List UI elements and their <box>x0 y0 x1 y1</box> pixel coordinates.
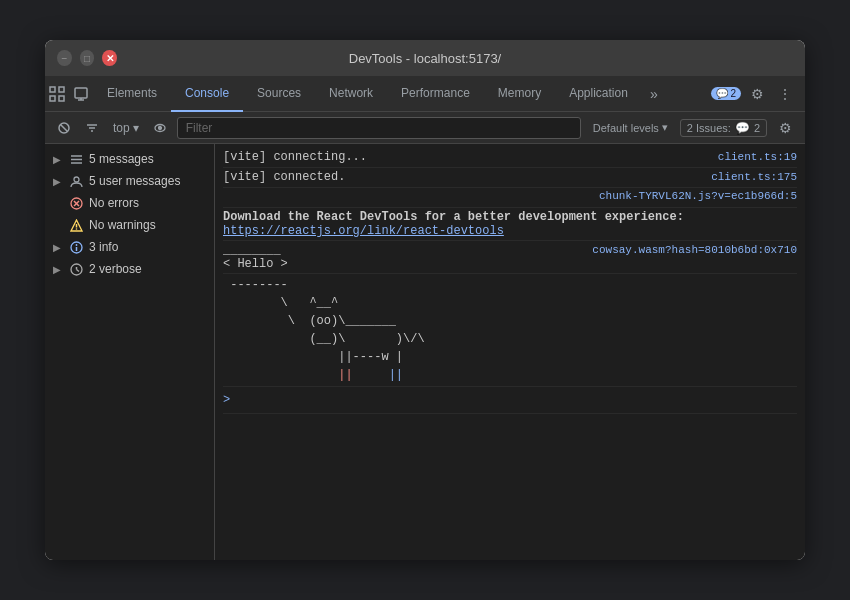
window-title: DevTools - localhost:5173/ <box>117 51 733 66</box>
arrow-verbose: ▶ <box>53 264 63 275</box>
maximize-button[interactable]: □ <box>80 50 95 66</box>
clear-button[interactable] <box>53 117 75 139</box>
close-button[interactable]: ✕ <box>102 50 117 66</box>
log-devtools-link[interactable]: https://reactjs.org/link/react-devtools <box>223 224 504 238</box>
log-prompt[interactable]: > <box>223 387 797 414</box>
log-cowsay-art: -------- \ ^__^ \ (oo)\_______ (__)\ )\/… <box>223 274 797 387</box>
filter-input[interactable] <box>177 117 581 139</box>
sidebar-item-info[interactable]: ▶ 3 info <box>45 236 214 258</box>
log-chunk: chunk-TYRVL62N.js?v=ec1b966d:5 <box>223 188 797 208</box>
levels-arrow: ▾ <box>662 121 668 134</box>
log-cowsay-header: ________ < Hello > cowsay.wasm?hash=8010… <box>223 241 797 274</box>
device-icon[interactable] <box>69 82 93 106</box>
log-link-chunk[interactable]: chunk-TYRVL62N.js?v=ec1b966d:5 <box>599 190 797 202</box>
titlebar: − □ ✕ DevTools - localhost:5173/ <box>45 40 805 76</box>
toolbar-settings-icon[interactable]: ⚙ <box>773 116 797 140</box>
console-badge[interactable]: 💬 2 <box>711 87 741 100</box>
toolbar: top ▾ Default levels ▾ 2 Issues: 💬 2 ⚙ <box>45 112 805 144</box>
main-content: ▶ 5 messages ▶ 5 <box>45 144 805 560</box>
info-icon <box>69 240 83 254</box>
sidebar-item-verbose[interactable]: ▶ 2 verbose <box>45 258 214 280</box>
messages-icon <box>69 152 83 166</box>
sidebar-item-warnings[interactable]: ▶ No warnings <box>45 214 214 236</box>
sidebar-errors-label: No errors <box>89 196 139 210</box>
svg-point-25 <box>75 244 77 246</box>
badge-count: 2 <box>730 88 736 99</box>
sidebar-user-messages-label: 5 user messages <box>89 174 180 188</box>
issues-badge[interactable]: 2 Issues: 💬 2 <box>680 119 767 137</box>
prompt-arrow: > <box>223 389 230 411</box>
log-link-vite-connecting[interactable]: client.ts:19 <box>718 151 797 163</box>
svg-point-22 <box>75 228 77 230</box>
log-vite-connecting: [vite] connecting... client.ts:19 <box>223 148 797 168</box>
sidebar-messages-label: 5 messages <box>89 152 154 166</box>
filter-toggle[interactable] <box>81 117 103 139</box>
svg-rect-1 <box>50 96 55 101</box>
svg-point-17 <box>74 177 79 182</box>
svg-rect-3 <box>59 96 64 101</box>
eye-button[interactable] <box>149 117 171 139</box>
log-devtools-text1: Download the React DevTools for a better… <box>223 210 684 224</box>
sidebar-item-messages[interactable]: ▶ 5 messages <box>45 148 214 170</box>
svg-rect-0 <box>50 87 55 92</box>
level-label: top <box>113 121 130 135</box>
sidebar-info-label: 3 info <box>89 240 118 254</box>
sidebar-verbose-label: 2 verbose <box>89 262 142 276</box>
arrow-messages: ▶ <box>53 154 63 165</box>
sidebar-item-errors[interactable]: ▶ No errors <box>45 192 214 214</box>
issues-label: 2 Issues: <box>687 122 731 134</box>
log-text-vite-connected: [vite] connected. <box>223 170 703 184</box>
default-levels-label: Default levels <box>593 122 659 134</box>
warnings-icon <box>69 218 83 232</box>
default-levels-dropdown[interactable]: Default levels ▾ <box>587 121 674 134</box>
tab-application[interactable]: Application <box>555 76 642 112</box>
sidebar-item-user-messages[interactable]: ▶ 5 user messages <box>45 170 214 192</box>
log-vite-connected: [vite] connected. client.ts:175 <box>223 168 797 188</box>
minimize-button[interactable]: − <box>57 50 72 66</box>
tab-network[interactable]: Network <box>315 76 387 112</box>
sidebar: ▶ 5 messages ▶ 5 <box>45 144 215 560</box>
more-options-icon[interactable]: ⋮ <box>773 82 797 106</box>
tab-icons: 💬 2 ⚙ ⋮ <box>706 82 805 106</box>
svg-rect-4 <box>75 88 87 98</box>
console-panel[interactable]: [vite] connecting... client.ts:19 [vite]… <box>215 144 805 560</box>
cowsay-line2: < Hello > <box>223 257 288 271</box>
issues-chat-icon: 💬 <box>735 121 750 135</box>
log-devtools-msg: Download the React DevTools for a better… <box>223 208 797 241</box>
cowsay-art: -------- \ ^__^ \ (oo)\_______ (__)\ )\/… <box>223 276 425 384</box>
settings-icon[interactable]: ⚙ <box>745 82 769 106</box>
issues-number: 2 <box>754 122 760 134</box>
tab-performance[interactable]: Performance <box>387 76 484 112</box>
devtools-window: − □ ✕ DevTools - localhost:5173/ Element… <box>45 40 805 560</box>
user-messages-icon <box>69 174 83 188</box>
tab-memory[interactable]: Memory <box>484 76 555 112</box>
inspect-icon[interactable] <box>45 82 69 106</box>
arrow-user-messages: ▶ <box>53 176 63 187</box>
tab-sources[interactable]: Sources <box>243 76 315 112</box>
arrow-info: ▶ <box>53 242 63 253</box>
svg-rect-2 <box>59 87 64 92</box>
verbose-icon <box>69 262 83 276</box>
cowsay-header-text: ________ < Hello > <box>223 243 288 271</box>
errors-icon <box>69 196 83 210</box>
svg-point-13 <box>158 126 161 129</box>
tab-elements[interactable]: Elements <box>93 76 171 112</box>
badge-icon: 💬 <box>716 88 728 99</box>
log-text-vite-connecting: [vite] connecting... <box>223 150 710 164</box>
tabs-bar: Elements Console Sources Network Perform… <box>45 76 805 112</box>
log-link-vite-connected[interactable]: client.ts:175 <box>711 171 797 183</box>
level-arrow: ▾ <box>133 121 139 135</box>
svg-line-8 <box>61 124 68 131</box>
cowsay-line1: ________ <box>223 243 288 257</box>
log-link-cowsay[interactable]: cowsay.wasm?hash=8010b6bd:0x710 <box>592 244 797 256</box>
sidebar-warnings-label: No warnings <box>89 218 156 232</box>
svg-line-28 <box>76 269 79 271</box>
level-selector[interactable]: top ▾ <box>109 121 143 135</box>
tab-console[interactable]: Console <box>171 76 243 112</box>
tab-more[interactable]: » <box>642 86 666 102</box>
